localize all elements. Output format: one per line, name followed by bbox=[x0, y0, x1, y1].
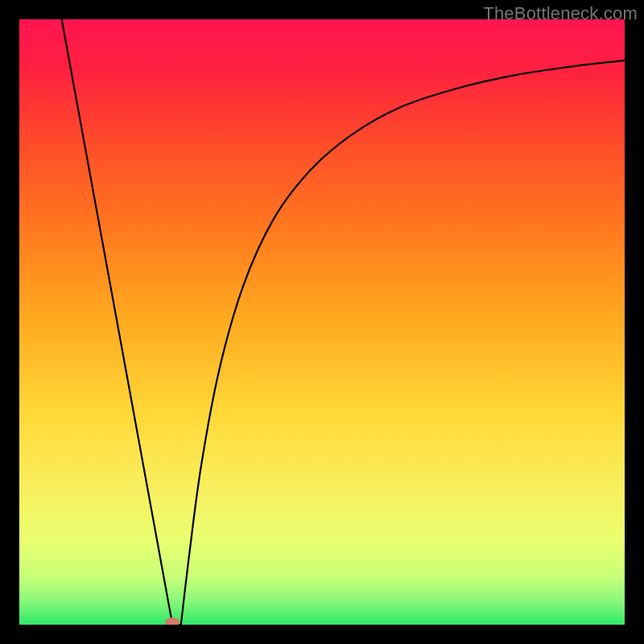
chart-canvas: TheBottleneck.com bbox=[0, 0, 644, 644]
plot-area bbox=[19, 19, 625, 625]
gradient-background bbox=[19, 19, 625, 625]
chart-svg bbox=[19, 19, 625, 625]
watermark-text: TheBottleneck.com bbox=[483, 3, 638, 24]
